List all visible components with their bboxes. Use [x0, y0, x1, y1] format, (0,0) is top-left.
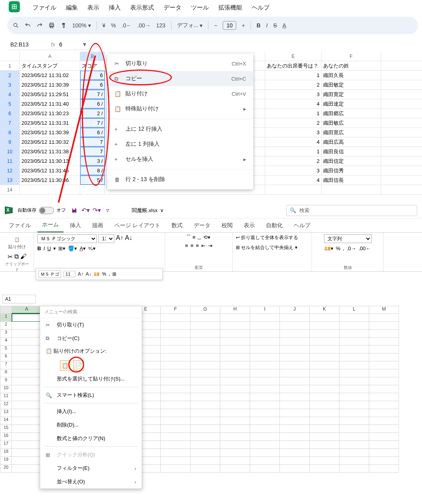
tab-help[interactable]: ヘルプ	[289, 219, 315, 232]
ctx-clear[interactable]: 数式と値のクリア(N)	[40, 432, 142, 445]
cell[interactable]	[250, 377, 280, 385]
cell[interactable]	[322, 185, 381, 194]
cell[interactable]	[12, 322, 42, 330]
cell[interactable]	[280, 353, 310, 361]
cell[interactable]	[250, 417, 280, 425]
row-header[interactable]: 10	[0, 385, 12, 393]
tab-formulas[interactable]: 数式	[167, 219, 187, 232]
row-header[interactable]: 9	[0, 137, 20, 147]
ctx-sort[interactable]: 並べ替え(O)›	[40, 475, 142, 489]
cell[interactable]: 織田寛広	[322, 128, 381, 137]
col-header[interactable]: K	[310, 306, 339, 314]
row-header[interactable]: 7	[0, 361, 12, 369]
tab-automate[interactable]: 自動化	[261, 219, 287, 232]
col-header-f[interactable]: F	[322, 52, 381, 61]
cell[interactable]	[280, 338, 310, 346]
cell[interactable]	[191, 346, 220, 353]
increase-font-icon[interactable]: A↑	[78, 271, 83, 277]
cell[interactable]	[369, 322, 399, 330]
cell[interactable]	[220, 361, 250, 369]
cell[interactable]	[20, 185, 80, 194]
cell[interactable]: 6	[80, 80, 105, 89]
cell[interactable]	[161, 401, 191, 409]
row-header[interactable]: 5	[0, 99, 20, 108]
cell[interactable]	[310, 441, 339, 449]
col-header[interactable]: F	[161, 306, 191, 314]
cell[interactable]: 2023/05/12 11:30:32	[20, 137, 80, 147]
menu-insert[interactable]: 挿入	[104, 2, 125, 13]
cell[interactable]	[369, 409, 399, 417]
cell[interactable]	[250, 401, 280, 409]
cell[interactable]	[280, 425, 310, 433]
col-header[interactable]: H	[220, 306, 250, 314]
cell[interactable]	[191, 385, 220, 393]
cell[interactable]	[369, 465, 399, 473]
cell[interactable]	[280, 346, 310, 353]
cell[interactable]	[161, 377, 191, 385]
cell[interactable]: 2023/05/12 11:31:02	[20, 71, 80, 80]
cell[interactable]	[12, 338, 42, 346]
menu-file[interactable]: ファイル	[28, 2, 61, 13]
cell[interactable]: 3	[265, 166, 322, 175]
cell[interactable]	[369, 385, 399, 393]
cell[interactable]	[220, 417, 250, 425]
ctx-insert-cols[interactable]: + 左に 1 列挿入	[107, 137, 253, 152]
cell[interactable]	[280, 401, 310, 409]
qat-dropdown-icon[interactable]: ▿	[104, 207, 111, 214]
fontsize-input[interactable]: 10	[223, 21, 236, 30]
cell[interactable]: タイムスタンプ	[20, 61, 80, 70]
cell[interactable]: 2023/05/12 11:30:23	[20, 109, 80, 118]
cell[interactable]: 3	[265, 90, 322, 99]
cell[interactable]	[191, 322, 220, 330]
percent-icon[interactable]: %	[102, 271, 106, 277]
save-icon[interactable]	[71, 207, 78, 214]
cell[interactable]	[161, 314, 191, 322]
cell[interactable]	[310, 377, 339, 385]
cell[interactable]	[339, 449, 369, 457]
cell[interactable]: 4	[265, 137, 322, 147]
cell[interactable]	[161, 369, 191, 377]
cell[interactable]	[220, 457, 250, 465]
align-left-icon[interactable]: ≡	[185, 243, 188, 249]
cell[interactable]: 5 /	[80, 176, 105, 185]
ctx-delete[interactable]: 削除(D)...	[40, 418, 142, 432]
cell[interactable]	[12, 346, 42, 353]
row-header[interactable]: 4	[0, 90, 20, 99]
cell[interactable]: 1	[265, 147, 322, 156]
cell[interactable]: スコア	[80, 61, 105, 70]
comma-format-icon[interactable]: ,	[343, 245, 345, 251]
cell[interactable]	[80, 185, 105, 194]
cell[interactable]	[250, 314, 280, 322]
cell[interactable]	[191, 330, 220, 338]
cell[interactable]	[191, 409, 220, 417]
align-right-icon[interactable]: ≡	[196, 243, 199, 249]
cell[interactable]	[250, 409, 280, 417]
cell[interactable]	[220, 338, 250, 346]
row-header[interactable]: 12	[0, 401, 12, 409]
cell[interactable]	[191, 377, 220, 385]
col-header-a[interactable]: A	[20, 52, 80, 61]
cut-icon[interactable]: ✂	[8, 253, 13, 261]
cell[interactable]	[369, 401, 399, 409]
fill-color-icon[interactable]: 🪣▾	[68, 245, 77, 251]
merge-center-button[interactable]: ⊞ セルを結合して中央揃え ▾	[236, 244, 297, 251]
chevron-down-icon[interactable]: ∨	[160, 207, 164, 213]
row-header[interactable]: 6	[0, 109, 20, 118]
increase-indent-icon[interactable]: ⇥	[208, 243, 212, 249]
cell[interactable]: 織田信長	[322, 176, 381, 185]
decrease-font-icon[interactable]: A↓	[125, 234, 133, 243]
row-header-1[interactable]: 1	[0, 61, 20, 70]
ctx-filter[interactable]: フィルター(E)›	[40, 462, 142, 475]
zoom-select[interactable]: 100%▾	[72, 22, 91, 29]
select-all-corner[interactable]	[0, 52, 20, 61]
mini-font-select[interactable]: ＭＳ Ｐゴ	[39, 270, 61, 278]
cell[interactable]	[369, 346, 399, 353]
currency-format[interactable]: ¥	[102, 22, 106, 29]
cell[interactable]	[310, 385, 339, 393]
cell[interactable]: 織田寛定	[322, 90, 381, 99]
cell[interactable]	[250, 338, 280, 346]
row-header[interactable]: 16	[0, 433, 12, 441]
border-icon[interactable]: ⊞▾	[58, 245, 66, 251]
cell[interactable]	[369, 338, 399, 346]
cell[interactable]	[250, 385, 280, 393]
